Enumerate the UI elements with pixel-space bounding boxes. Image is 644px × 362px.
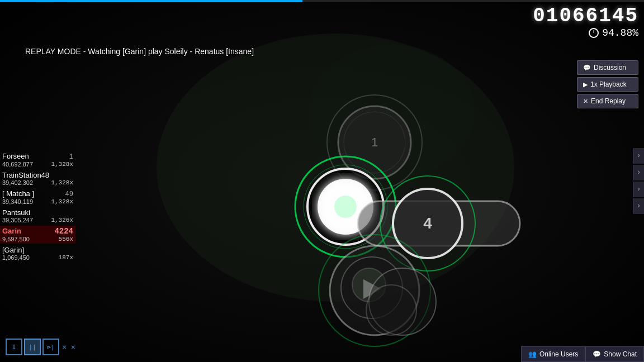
scoreboard-entry-4: Garin42249,597,500556x <box>0 226 75 244</box>
player-score-5: 1,069,450 <box>2 254 30 261</box>
player-name-1: TrainStation48 <box>2 171 49 179</box>
scoreboard: Forseen140,692,8771,328xTrainStation4839… <box>0 151 75 263</box>
player-name-4: Garin <box>2 227 21 235</box>
player-score-0: 40,692,877 <box>2 161 33 168</box>
chevrons-panel: › › › › <box>633 148 644 214</box>
chevron-1[interactable]: › <box>633 148 644 164</box>
chevron-2[interactable]: › <box>633 165 644 180</box>
player-combo-1: 1,328x <box>51 179 73 186</box>
player-name-3: Pantsuki <box>2 208 30 217</box>
scoreboard-entry-2: [ Matcha ]4939,340,1191,328x <box>0 188 75 206</box>
chevron-4[interactable]: › <box>633 198 644 214</box>
right-buttons: 💬 Discussion ▶ 1x Playback ✕ End Replay <box>577 60 638 108</box>
bottom-right-panel: 👥 Online Users 💬 Show Chat <box>521 346 644 362</box>
scoreboard-entry-5: [Garin]1,069,450187x <box>0 245 75 262</box>
playback-label: 1x Playback <box>590 80 627 88</box>
discussion-icon: 💬 <box>583 64 591 72</box>
playback-button[interactable]: ▶ 1x Playback <box>577 77 638 92</box>
key-display: I || ⊳| × × <box>6 339 77 355</box>
player-combo-4: 556x <box>59 236 73 242</box>
accuracy-value: 94.88% <box>602 27 638 39</box>
clock-icon <box>589 28 599 38</box>
svg-point-8 <box>334 196 357 218</box>
end-replay-icon: ✕ <box>583 98 588 105</box>
scoreboard-entry-1: TrainStation4839,402,3021,328x <box>0 170 75 187</box>
key-x-1: × <box>61 342 68 351</box>
player-name-2: [ Matcha ] <box>2 189 34 198</box>
player-rank-0: 1 <box>69 153 73 161</box>
player-combo-2: 1,328x <box>51 198 73 205</box>
score-accuracy: 94.88% <box>533 27 638 39</box>
key-box-1: I <box>6 339 22 355</box>
show-chat-button[interactable]: 💬 Show Chat <box>585 346 644 362</box>
scoreboard-entry-3: Pantsuki39,305,2471,326x <box>0 207 75 225</box>
show-chat-label: Show Chat <box>604 350 637 358</box>
player-score-4: 9,597,500 <box>2 236 30 242</box>
progress-bar-container <box>0 0 644 2</box>
key-box-2: || <box>24 339 41 355</box>
player-name-0: Forseen <box>2 152 29 160</box>
replay-mode-text: REPLAY MODE - Watching [Garin] play Sole… <box>25 47 254 56</box>
end-replay-label: End Replay <box>591 97 626 105</box>
discussion-label: Discussion <box>594 64 626 72</box>
player-combo-3: 1,326x <box>51 217 73 223</box>
player-combo-5: 187x <box>59 254 73 261</box>
svg-text:4: 4 <box>423 215 432 232</box>
player-score-3: 39,305,247 <box>2 217 33 223</box>
online-users-button[interactable]: 👥 Online Users <box>521 346 585 362</box>
score-number: 01066145 <box>533 4 638 27</box>
key-box-3: ⊳| <box>42 339 59 355</box>
svg-point-21 <box>366 285 416 335</box>
player-score-1: 39,402,302 <box>2 179 33 186</box>
player-score-2: 39,340,119 <box>2 198 33 205</box>
key-x-2: × <box>69 342 76 351</box>
score-display: 01066145 94.88% <box>533 4 638 39</box>
online-users-label: Online Users <box>539 350 578 358</box>
player-combo-0: 1,328x <box>51 161 73 168</box>
end-replay-button[interactable]: ✕ End Replay <box>577 94 638 108</box>
users-icon: 👥 <box>528 350 537 358</box>
player-rank-4: 4224 <box>54 227 73 236</box>
svg-text:1: 1 <box>371 135 378 149</box>
discussion-button[interactable]: 💬 Discussion <box>577 60 638 75</box>
player-name-5: [Garin] <box>2 246 24 254</box>
player-rank-2: 49 <box>65 190 73 198</box>
playback-icon: ▶ <box>583 81 588 88</box>
progress-bar-fill <box>0 0 302 2</box>
chevron-3[interactable]: › <box>633 182 644 197</box>
chat-icon: 💬 <box>593 350 601 358</box>
scoreboard-entry-0: Forseen140,692,8771,328x <box>0 151 75 169</box>
